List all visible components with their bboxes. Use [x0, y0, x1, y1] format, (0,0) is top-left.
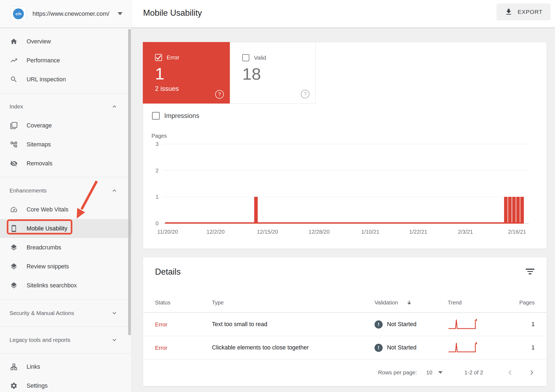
property-dropdown-caret-icon[interactable]	[118, 12, 122, 15]
type-cell[interactable]: Clickable elements too close together	[212, 344, 375, 351]
error-count: 1	[155, 59, 164, 89]
column-header-validation[interactable]: Validation	[375, 300, 448, 306]
sidebar-item-performance[interactable]: Performance	[0, 51, 131, 70]
status-cell: Error	[155, 345, 212, 351]
column-header-type[interactable]: Type	[212, 300, 375, 306]
sitemap-icon	[10, 141, 18, 148]
chart-card: Error 1 2 issues ? Valid 18 ? Impression…	[143, 42, 547, 249]
dropdown-caret-icon	[438, 371, 443, 374]
page-title: Mobile Usability	[143, 8, 202, 18]
rows-per-page-select[interactable]: 10	[426, 369, 443, 376]
help-icon[interactable]: ?	[215, 90, 224, 99]
chart-y-ticks: 3210	[143, 144, 159, 223]
gear-icon	[10, 382, 18, 390]
rows-per-page-label: Rows per page:	[378, 369, 417, 376]
divider	[0, 177, 131, 177]
exclamation-icon: !	[375, 320, 383, 329]
filter-icon[interactable]	[525, 269, 535, 277]
impressions-toggle[interactable]: Impressions	[152, 112, 199, 120]
sidebar-section-enhancements[interactable]: Enhancements	[0, 181, 131, 200]
sidebar-section-legacy-tools[interactable]: Legacy tools and reports	[0, 330, 131, 349]
column-header-pages[interactable]: Pages	[509, 300, 535, 306]
trending-up-icon	[10, 57, 18, 64]
sort-descending-icon	[406, 300, 412, 306]
table-row[interactable]: Error Text too small to read ! Not Start…	[143, 313, 547, 336]
pages-cell: 1	[509, 344, 535, 351]
chevron-down-icon	[111, 336, 118, 343]
sidebar-item-sitemaps[interactable]: Sitemaps	[0, 135, 131, 154]
valid-filter-chip[interactable]: Valid 18 ?	[230, 42, 316, 104]
status-cell: Error	[155, 321, 212, 328]
sidebar-scrollbar[interactable]	[128, 29, 131, 335]
visibility-off-icon	[10, 160, 18, 167]
chart-plot	[163, 144, 529, 223]
error-chip-label: Error	[167, 54, 179, 61]
layers-icon	[10, 244, 18, 251]
chart-y-axis-title: Pages	[151, 133, 167, 139]
divider	[0, 300, 131, 300]
chevron-up-icon	[111, 103, 118, 110]
table-header-row: Status Type Validation Trend Pages	[143, 293, 547, 313]
property-selector[interactable]: c/n https://www.cnewcomer.com/	[0, 0, 132, 27]
validation-cell: Not Started	[387, 344, 417, 351]
impressions-checkbox[interactable]	[152, 112, 160, 120]
layers-icon	[10, 263, 18, 270]
sidebar-item-settings[interactable]: Settings	[0, 376, 131, 392]
valid-count: 18	[242, 59, 261, 89]
column-header-status[interactable]: Status	[155, 300, 212, 306]
chart-x-ticks: 11/20/2012/2/2012/15/2012/28/201/10/211/…	[163, 229, 529, 237]
sidebar-item-mobile-usability[interactable]: Mobile Usability	[0, 219, 131, 238]
error-issues-count: 2 issues	[155, 85, 179, 92]
trend-sparkline	[448, 341, 509, 355]
divider	[0, 93, 131, 94]
site-favicon: c/n	[11, 6, 26, 21]
links-icon	[10, 363, 18, 371]
pages-icon	[10, 122, 18, 129]
home-icon	[10, 38, 18, 45]
layers-icon	[10, 282, 18, 289]
speed-icon	[10, 206, 18, 213]
divider	[0, 353, 131, 354]
sidebar-section-security-manual-actions[interactable]: Security & Manual Actions	[0, 304, 131, 323]
help-icon[interactable]: ?	[301, 90, 309, 98]
sidebar-item-breadcrumbs[interactable]: Breadcrumbs	[0, 238, 131, 257]
export-button[interactable]: EXPORT	[496, 4, 551, 20]
exclamation-icon: !	[375, 344, 383, 352]
sidebar-item-review-snippets[interactable]: Review snippets	[0, 257, 131, 276]
smartphone-icon	[10, 225, 18, 232]
sidebar-item-core-web-vitals[interactable]: Core Web Vitals	[0, 200, 131, 219]
next-page-button[interactable]	[528, 368, 536, 377]
sidebar-item-links[interactable]: Links	[0, 357, 131, 376]
sidebar-item-overview[interactable]: Overview	[0, 32, 131, 51]
pages-cell: 1	[509, 321, 535, 328]
chevron-up-icon	[111, 187, 118, 194]
sidebar: Overview Performance URL inspection Inde…	[0, 27, 132, 392]
property-url: https://www.cnewcomer.com/	[33, 10, 109, 17]
column-header-trend[interactable]: Trend	[448, 300, 509, 306]
chevron-down-icon	[111, 310, 118, 317]
previous-page-button[interactable]	[506, 368, 514, 377]
sidebar-item-removals[interactable]: Removals	[0, 154, 131, 173]
table-pagination: Rows per page: 10 1-2 of 2	[143, 359, 547, 385]
table-row[interactable]: Error Clickable elements too close toget…	[143, 336, 547, 359]
details-title: Details	[155, 267, 181, 277]
sidebar-nav: Overview Performance URL inspection Inde…	[0, 27, 131, 392]
sidebar-item-sitelinks-searchbox[interactable]: Sitelinks searchbox	[0, 276, 131, 295]
divider	[0, 326, 131, 327]
details-card: Details Status Type Validation Trend Pag…	[143, 257, 547, 386]
sidebar-item-url-inspection[interactable]: URL inspection	[0, 70, 131, 89]
search-icon	[10, 76, 18, 83]
error-filter-chip[interactable]: Error 1 2 issues ?	[143, 42, 230, 104]
download-icon	[505, 8, 513, 16]
validation-cell: Not Started	[387, 321, 417, 328]
sidebar-item-coverage[interactable]: Coverage	[0, 116, 131, 135]
type-cell[interactable]: Text too small to read	[212, 321, 375, 328]
site-logo: c/n	[13, 8, 24, 19]
search-console-app: c/n https://www.cnewcomer.com/ Mobile Us…	[0, 0, 555, 392]
top-bar: c/n https://www.cnewcomer.com/ Mobile Us…	[0, 0, 555, 27]
trend-sparkline	[448, 318, 509, 331]
pagination-range: 1-2 of 2	[464, 369, 483, 376]
sidebar-section-index[interactable]: Index	[0, 97, 131, 116]
